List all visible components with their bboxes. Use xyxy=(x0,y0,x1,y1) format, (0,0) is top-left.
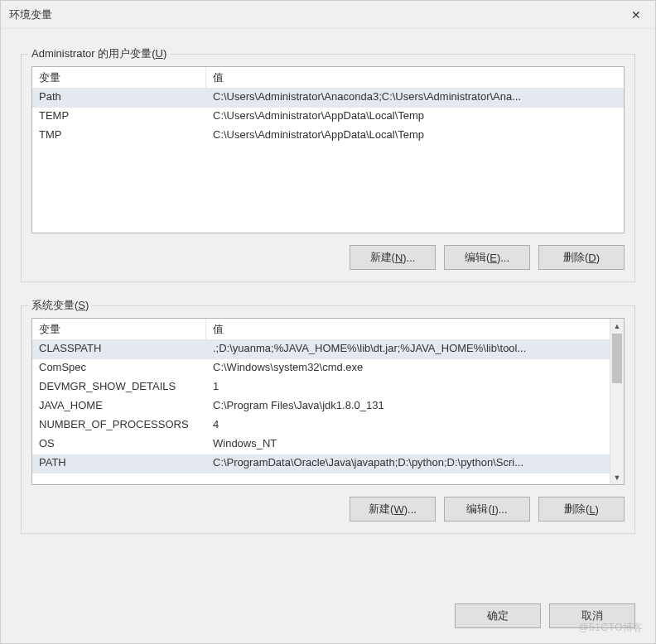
system-variables-legend: 系统变量(S) xyxy=(28,298,92,313)
cell-variable: ComSpec xyxy=(32,359,206,378)
user-variables-group: Administrator 的用户变量(U) 变量 值 PathC:\Users… xyxy=(21,54,635,282)
table-row[interactable]: OSWindows_NT xyxy=(32,435,610,454)
window-title: 环境变量 xyxy=(9,7,52,22)
table-row[interactable]: DEVMGR_SHOW_DETAILS1 xyxy=(32,378,610,397)
cell-value: C:\Users\Administrator\Anaconda3;C:\User… xyxy=(206,89,624,108)
cell-value: C:\Users\Administrator\AppData\Local\Tem… xyxy=(206,127,624,146)
scroll-thumb[interactable] xyxy=(612,334,622,383)
cell-value: Windows_NT xyxy=(206,435,610,454)
list-header: 变量 值 xyxy=(32,319,610,340)
cell-variable: CLASSPATH xyxy=(32,340,206,359)
cell-variable: JAVA_HOME xyxy=(32,397,206,416)
user-buttons-row: 新建(N)... 编辑(E)... 删除(D) xyxy=(31,245,625,270)
dialog-buttons-row: 确定 取消 xyxy=(1,584,655,643)
cell-value: C:\Program Files\Java\jdk1.8.0_131 xyxy=(206,397,610,416)
list-body: CLASSPATH.;D:\yuanma;%JAVA_HOME%\lib\dt.… xyxy=(32,340,610,473)
list-header: 变量 值 xyxy=(32,67,624,89)
user-edit-button[interactable]: 编辑(E)... xyxy=(444,245,530,270)
table-row[interactable]: TMPC:\Users\Administrator\AppData\Local\… xyxy=(32,127,624,146)
cell-variable: TMP xyxy=(32,127,206,146)
table-row[interactable]: PathC:\Users\Administrator\Anaconda3;C:\… xyxy=(32,89,624,108)
cell-value: 1 xyxy=(206,378,610,397)
system-buttons-row: 新建(W)... 编辑(I)... 删除(L) xyxy=(31,497,625,521)
cell-value: 4 xyxy=(206,416,610,435)
cell-variable: OS xyxy=(32,435,206,454)
vertical-scrollbar[interactable]: ▲ ▼ xyxy=(610,319,624,484)
cell-variable: NUMBER_OF_PROCESSORS xyxy=(32,416,206,435)
cell-variable: Path xyxy=(32,89,206,108)
cell-value: C:\Users\Administrator\AppData\Local\Tem… xyxy=(206,108,624,127)
column-header-value[interactable]: 值 xyxy=(206,319,610,339)
cell-value: C:\Windows\system32\cmd.exe xyxy=(206,359,610,378)
column-header-variable[interactable]: 变量 xyxy=(32,67,206,88)
system-new-button[interactable]: 新建(W)... xyxy=(350,497,436,521)
table-row[interactable]: ComSpecC:\Windows\system32\cmd.exe xyxy=(32,359,610,378)
cell-value: C:\ProgramData\Oracle\Java\javapath;D:\p… xyxy=(206,454,610,473)
table-row[interactable]: PATHC:\ProgramData\Oracle\Java\javapath;… xyxy=(32,454,610,473)
list-body: PathC:\Users\Administrator\Anaconda3;C:\… xyxy=(32,89,624,146)
system-variables-group: 系统变量(S) 变量 值 CLASSPATH.;D:\yuanma;%JAVA_… xyxy=(21,305,635,534)
cell-variable: TEMP xyxy=(32,108,206,127)
close-button[interactable]: ✕ xyxy=(617,1,655,29)
dialog-content: Administrator 的用户变量(U) 变量 值 PathC:\Users… xyxy=(1,29,655,584)
user-variables-legend: Administrator 的用户变量(U) xyxy=(28,46,170,61)
cell-value: .;D:\yuanma;%JAVA_HOME%\lib\dt.jar;%JAVA… xyxy=(206,340,610,359)
table-row[interactable]: CLASSPATH.;D:\yuanma;%JAVA_HOME%\lib\dt.… xyxy=(32,340,610,359)
cancel-button[interactable]: 取消 xyxy=(549,603,635,628)
system-edit-button[interactable]: 编辑(I)... xyxy=(444,497,530,521)
user-variables-list[interactable]: 变量 值 PathC:\Users\Administrator\Anaconda… xyxy=(31,66,625,233)
table-row[interactable]: NUMBER_OF_PROCESSORS4 xyxy=(32,416,610,435)
cell-variable: DEVMGR_SHOW_DETAILS xyxy=(32,378,206,397)
system-delete-button[interactable]: 删除(L) xyxy=(538,497,625,521)
ok-button[interactable]: 确定 xyxy=(455,603,541,628)
table-row[interactable]: TEMPC:\Users\Administrator\AppData\Local… xyxy=(32,108,624,127)
scroll-up-arrow-icon[interactable]: ▲ xyxy=(610,319,624,333)
scroll-down-arrow-icon[interactable]: ▼ xyxy=(610,470,624,484)
user-new-button[interactable]: 新建(N)... xyxy=(350,245,436,270)
cell-variable: PATH xyxy=(32,454,206,473)
system-variables-list[interactable]: 变量 值 CLASSPATH.;D:\yuanma;%JAVA_HOME%\li… xyxy=(31,318,625,485)
titlebar: 环境变量 ✕ xyxy=(1,1,655,29)
table-row[interactable]: JAVA_HOMEC:\Program Files\Java\jdk1.8.0_… xyxy=(32,397,610,416)
env-vars-dialog: 环境变量 ✕ Administrator 的用户变量(U) 变量 值 PathC… xyxy=(0,0,656,644)
column-header-variable[interactable]: 变量 xyxy=(32,319,206,339)
close-icon: ✕ xyxy=(631,8,641,22)
column-header-value[interactable]: 值 xyxy=(206,67,624,88)
user-delete-button[interactable]: 删除(D) xyxy=(538,245,625,270)
